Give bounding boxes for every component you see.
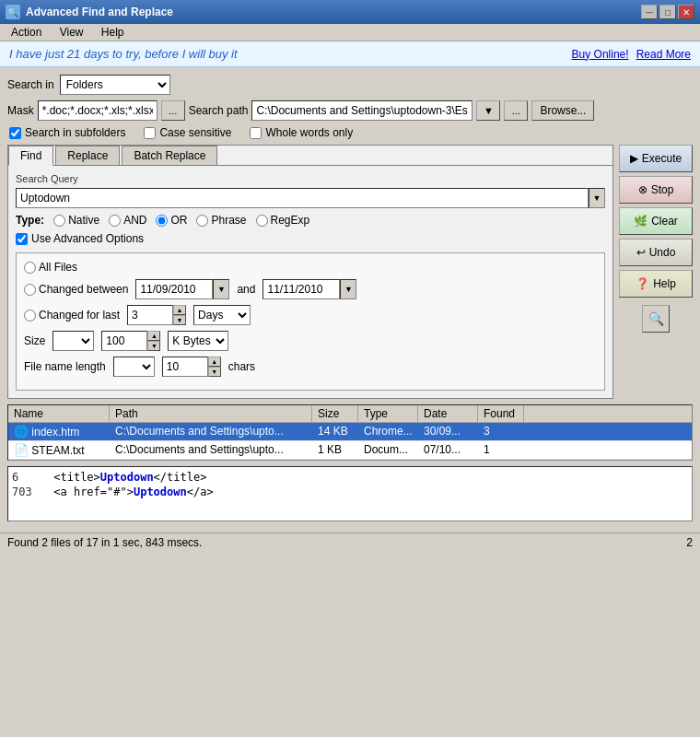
case-sensitive-checkbox[interactable]: Case sensitive: [144, 126, 231, 139]
date2-input[interactable]: [262, 279, 340, 299]
clear-button[interactable]: 🌿 Clear: [619, 207, 693, 235]
changed-last-unit[interactable]: Days Weeks Months: [193, 305, 251, 325]
preview-line-number-2: 703: [12, 485, 40, 498]
status-bar: Found 2 files of 17 in 1 sec, 843 msecs.…: [0, 532, 700, 552]
help-icon: ❓: [636, 277, 649, 290]
search-small-button[interactable]: 🔍: [642, 305, 670, 333]
search-in-combo[interactable]: Folders Files Registry: [60, 75, 170, 95]
minimize-button[interactable]: ─: [641, 5, 658, 19]
filename-length-value[interactable]: [162, 357, 208, 377]
search-query-input[interactable]: [16, 188, 589, 208]
date1-input[interactable]: [135, 279, 213, 299]
maximize-button[interactable]: □: [659, 5, 676, 19]
file-icon-doc: 📄: [14, 443, 29, 457]
changed-last-dn[interactable]: ▼: [173, 315, 186, 325]
tab-replace[interactable]: Replace: [55, 146, 120, 165]
size-up[interactable]: ▲: [147, 331, 160, 341]
preview-content-1: <title>Uptodown</title>: [53, 471, 206, 484]
table-row[interactable]: 🌐 index.htm C:\Documents and Settings\up…: [8, 423, 692, 441]
preview-area: 6 <title>Uptodown</title> 703 <a href="#…: [7, 466, 693, 521]
execute-icon: ▶: [630, 152, 638, 165]
preview-content-2: <a href="#">Uptodown</a>: [53, 485, 213, 498]
results-table: Name Path Size Type Date Found 🌐 index.h…: [7, 404, 693, 461]
search-path-label: Search path: [189, 104, 249, 117]
size-unit[interactable]: K Bytes M Bytes Bytes: [168, 331, 228, 351]
type-regexp[interactable]: RegExp: [256, 214, 310, 227]
clear-icon: 🌿: [634, 215, 648, 228]
changed-last-up[interactable]: ▲: [173, 305, 186, 315]
search-subfolders-checkbox[interactable]: Search in subfolders: [9, 126, 125, 139]
search-query-label: Search Query: [16, 173, 605, 184]
app-title: Advanced Find and Replace: [26, 6, 173, 18]
date1-dropdown[interactable]: ▼: [213, 279, 229, 299]
status-text: Found 2 files of 17 in 1 sec, 843 msecs.: [7, 536, 202, 549]
file-icon-globe: 🌐: [14, 425, 29, 439]
title-bar: 🔍 Advanced Find and Replace ─ □ ✕: [0, 0, 700, 24]
promo-text: I have just 21 days to try, before I wil…: [9, 47, 238, 61]
filename-comparator[interactable]: < > =: [113, 357, 155, 377]
search-path-dropdown-btn[interactable]: ▼: [476, 100, 500, 121]
type-and[interactable]: AND: [109, 214, 146, 227]
search-path-input[interactable]: [251, 100, 472, 121]
undo-button[interactable]: ↩ Undo: [619, 239, 693, 266]
stop-icon: ⊗: [638, 183, 648, 196]
col-header-size[interactable]: Size: [312, 405, 358, 422]
preview-line-number-1: 6: [12, 471, 40, 484]
filename-length-dn[interactable]: ▼: [208, 367, 221, 377]
status-count: 2: [686, 536, 693, 549]
col-header-date[interactable]: Date: [418, 405, 478, 422]
date2-dropdown[interactable]: ▼: [340, 279, 356, 299]
type-native[interactable]: Native: [53, 214, 99, 227]
whole-words-checkbox[interactable]: Whole words only: [250, 126, 353, 139]
search-in-label: Search in: [7, 78, 54, 91]
menu-help[interactable]: Help: [94, 24, 132, 41]
type-or[interactable]: OR: [156, 214, 187, 227]
mask-browse-button[interactable]: ...: [161, 100, 185, 121]
undo-icon: ↩: [636, 246, 646, 259]
col-header-type[interactable]: Type: [358, 405, 418, 422]
execute-button[interactable]: ▶ Execute: [619, 145, 693, 172]
col-header-path[interactable]: Path: [110, 405, 312, 422]
mask-label: Mask: [7, 104, 34, 117]
and-label: and: [237, 283, 255, 296]
read-more-link[interactable]: Read More: [636, 48, 691, 61]
all-files-radio[interactable]: All Files: [24, 261, 77, 274]
col-header-name[interactable]: Name: [8, 405, 110, 422]
tab-batch-replace[interactable]: Batch Replace: [122, 146, 217, 165]
changed-between-radio[interactable]: Changed between: [24, 283, 128, 296]
menu-bar: Action View Help: [0, 24, 700, 41]
size-label: Size: [24, 334, 45, 347]
buy-online-link[interactable]: Buy Online!: [572, 48, 629, 61]
changed-last-radio[interactable]: Changed for last: [24, 309, 120, 322]
size-comparator[interactable]: < > =: [52, 331, 94, 351]
search-query-dropdown[interactable]: ▼: [589, 188, 605, 208]
stop-button[interactable]: ⊗ Stop: [619, 176, 693, 204]
tab-find[interactable]: Find: [8, 146, 53, 166]
size-value[interactable]: [101, 331, 147, 351]
chars-label: chars: [228, 360, 255, 373]
table-row[interactable]: 📄 STEAM.txt C:\Documents and Settings\up…: [8, 441, 692, 460]
type-phrase[interactable]: Phrase: [196, 214, 246, 227]
file-name-length-label: File name length: [24, 360, 106, 373]
mask-input[interactable]: [38, 100, 158, 121]
menu-action[interactable]: Action: [4, 24, 49, 41]
changed-last-value[interactable]: [127, 305, 173, 325]
app-icon: 🔍: [6, 5, 20, 19]
menu-view[interactable]: View: [52, 24, 91, 41]
search-path-browse-btn[interactable]: ...: [504, 100, 528, 121]
filename-length-up[interactable]: ▲: [208, 357, 221, 367]
col-header-found[interactable]: Found: [478, 405, 524, 422]
use-advanced-options-checkbox[interactable]: Use Advanced Options: [16, 232, 605, 245]
size-dn[interactable]: ▼: [147, 341, 160, 351]
help-button[interactable]: ❓ Help: [619, 270, 693, 298]
close-button[interactable]: ✕: [678, 5, 694, 19]
type-label: Type:: [16, 214, 44, 227]
browse-button[interactable]: Browse...: [531, 100, 594, 121]
promo-bar: I have just 21 days to try, before I wil…: [0, 41, 700, 67]
